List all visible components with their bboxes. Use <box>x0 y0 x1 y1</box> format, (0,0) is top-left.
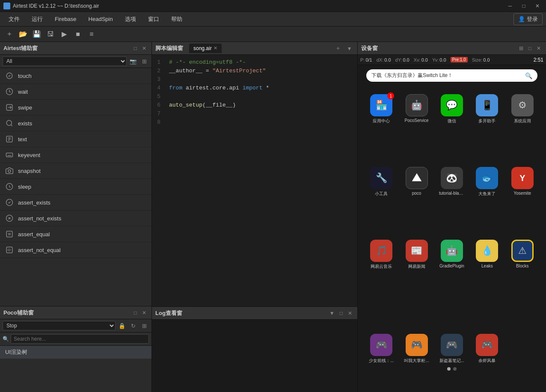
log-expand-button[interactable]: □ <box>338 309 344 317</box>
log-filter-button[interactable]: ▼ <box>328 309 336 317</box>
log-close-button[interactable]: ✕ <box>346 309 354 317</box>
app-yosemite[interactable]: Y Yosemite <box>507 167 538 197</box>
airtest-sleep-item[interactable]: sleep <box>0 179 151 195</box>
save-all-button[interactable]: 🖫 <box>45 28 56 40</box>
info-pre-value: Pre:1.0 <box>451 57 468 62</box>
airtest-filter-select[interactable]: All <box>3 56 127 66</box>
poco-copy-button[interactable]: ⊞ <box>139 321 149 330</box>
info-dy-value: 0.0 <box>403 57 409 62</box>
app-icon-duokai: 📱 <box>476 94 498 116</box>
tab-actions: ＋ ▾ <box>333 44 354 53</box>
app-daomubiji[interactable]: 🎮 新盗墓笔记... <box>436 334 468 364</box>
app-gradle[interactable]: 🤖 GradlePlugin <box>436 240 468 270</box>
page-dots <box>447 367 457 371</box>
poco-ui-tree-item[interactable]: UI渲染树 <box>0 346 151 359</box>
poco-mode-select[interactable]: Stop <box>3 321 116 330</box>
airtest-assert-exists-item[interactable]: assert_exists <box>0 195 151 211</box>
device-time: 2:51 <box>534 57 543 63</box>
poco-lock-button[interactable]: 🔒 <box>117 321 127 330</box>
airtest-assert-not-exists-item[interactable]: assert_not_exists <box>0 211 151 226</box>
assert-exists-icon <box>5 198 14 207</box>
menu-run[interactable]: 运行 <box>27 14 48 25</box>
app-yingyongzhongxin[interactable]: 🏪 1 应用中心 <box>365 94 397 124</box>
editor-tab-song[interactable]: song.air ✕ <box>189 44 222 53</box>
stop-button[interactable]: ■ <box>72 28 84 40</box>
app-xitong[interactable]: ⚙ 系统应用 <box>507 94 538 124</box>
app-dayu[interactable]: 🐟 大鱼来了 <box>471 167 503 197</box>
device-screen[interactable]: 下载《东方归言录》赢Switch Lite！ 🔍 🏪 1 应用中心 🤖 Poco… <box>358 65 546 392</box>
app-pocoservice[interactable]: 🤖 PocoService <box>401 94 432 124</box>
airtest-exists-item[interactable]: exists <box>0 116 151 131</box>
line-code-6: auto_setup(__file__) <box>165 101 357 110</box>
airtest-touch-item[interactable]: touch <box>0 68 151 84</box>
app-icon-xiaogongju: 🔧 <box>370 167 392 189</box>
airtest-expand-button[interactable]: □ <box>132 45 139 52</box>
code-line-4: 4 from airtest.core.api import * <box>152 84 357 92</box>
app-icon <box>3 3 10 9</box>
maximize-button[interactable]: □ <box>519 3 529 9</box>
snapshot-icon <box>5 166 14 175</box>
airtest-screenshot-button[interactable]: 📷 <box>128 56 138 66</box>
device-search-bar[interactable]: 下载《东方归言录》赢Switch Lite！ 🔍 <box>366 69 537 82</box>
airtest-close-button[interactable]: ✕ <box>140 45 148 52</box>
app-yujinfengbao[interactable]: 🎮 余烬风暴 <box>471 334 503 364</box>
app-wangyiyun[interactable]: 🎵 网易云音乐 <box>365 240 397 270</box>
app-tutorial-blackjack[interactable]: 🐼 tutorial-blackja... <box>436 167 468 197</box>
poco-refresh-button[interactable]: ↻ <box>128 321 138 330</box>
airtest-text-item[interactable]: text <box>0 131 151 147</box>
app-blocks[interactable]: ⚠ Blocks <box>507 240 538 270</box>
new-file-button[interactable]: ＋ <box>3 28 15 40</box>
airtest-assert-not-equal-item[interactable]: assert_not_equal <box>0 242 151 258</box>
device-search-icon[interactable]: 🔍 <box>525 72 532 79</box>
app-name-shaonv: 少女前线：... <box>369 358 394 364</box>
airtest-wait-item[interactable]: wait <box>0 84 151 100</box>
app-duokai[interactable]: 📱 多开助手 <box>471 94 503 124</box>
info-yv-label: Yv: <box>432 57 439 62</box>
airtest-snapshot-item[interactable]: snapshot <box>0 163 151 179</box>
wait-icon <box>5 87 14 96</box>
menu-headspin[interactable]: HeadSpin <box>83 14 118 24</box>
app-xiaogongju[interactable]: 🔧 小工具 <box>365 167 397 197</box>
run-button[interactable]: ▶ <box>58 28 70 40</box>
app-name-wechat: 微信 <box>448 118 456 124</box>
menu-firebase[interactable]: Firebase <box>50 14 82 24</box>
app-leaks[interactable]: 💧 Leaks <box>471 240 503 270</box>
tab-dropdown-button[interactable]: ▾ <box>344 44 354 53</box>
page-dot-2[interactable] <box>453 367 457 371</box>
app-shaonv[interactable]: 🎮 少女前线：... <box>365 334 397 364</box>
minimize-button[interactable]: ─ <box>505 3 515 9</box>
open-file-button[interactable]: 📂 <box>17 28 29 40</box>
svg-rect-9 <box>6 231 12 237</box>
tab-close-button[interactable]: ✕ <box>214 45 217 51</box>
menu-help[interactable]: 帮助 <box>166 14 187 25</box>
airtest-keyevent-item[interactable]: keyevent <box>0 147 151 163</box>
save-button[interactable]: 💾 <box>31 28 43 40</box>
app-icon-wangyixinwen: 📰 <box>406 240 428 262</box>
device-screen-button[interactable]: ⊞ <box>517 45 525 52</box>
line-code-8 <box>165 118 357 127</box>
login-button[interactable]: 👤 登录 <box>513 13 543 25</box>
app-wangyixinwen[interactable]: 📰 网易新闻 <box>401 240 432 270</box>
airtest-copy-button[interactable]: ⊞ <box>139 56 149 66</box>
menu-file[interactable]: 文件 <box>3 14 25 25</box>
assert-not-exists-icon <box>5 214 14 223</box>
device-expand-button[interactable]: □ <box>527 45 533 52</box>
app-wechat[interactable]: 💬 微信 <box>436 94 468 124</box>
page-dot-1[interactable] <box>447 367 451 371</box>
close-button[interactable]: ✕ <box>532 3 543 9</box>
menu-options[interactable]: 选项 <box>120 14 141 25</box>
airtest-swipe-item[interactable]: swipe <box>0 100 151 116</box>
airtest-assert-equal-item[interactable]: assert_equal <box>0 226 151 242</box>
poco-close-button[interactable]: ✕ <box>140 309 148 317</box>
svg-rect-4 <box>6 153 13 157</box>
new-tab-button[interactable]: ＋ <box>333 44 343 53</box>
app-poco[interactable]: poco <box>401 167 432 197</box>
menu-toggle-button[interactable]: ≡ <box>86 28 98 40</box>
poco-search-input[interactable] <box>11 334 149 344</box>
app-jiaowozhangui[interactable]: 🎮 叫我大掌柜... <box>401 334 432 364</box>
poco-expand-button[interactable]: □ <box>132 309 139 317</box>
device-close-button[interactable]: ✕ <box>535 45 543 52</box>
menu-window[interactable]: 窗口 <box>143 14 164 25</box>
sleep-label: sleep <box>18 184 31 190</box>
assert-not-equal-label: assert_not_equal <box>18 247 61 253</box>
